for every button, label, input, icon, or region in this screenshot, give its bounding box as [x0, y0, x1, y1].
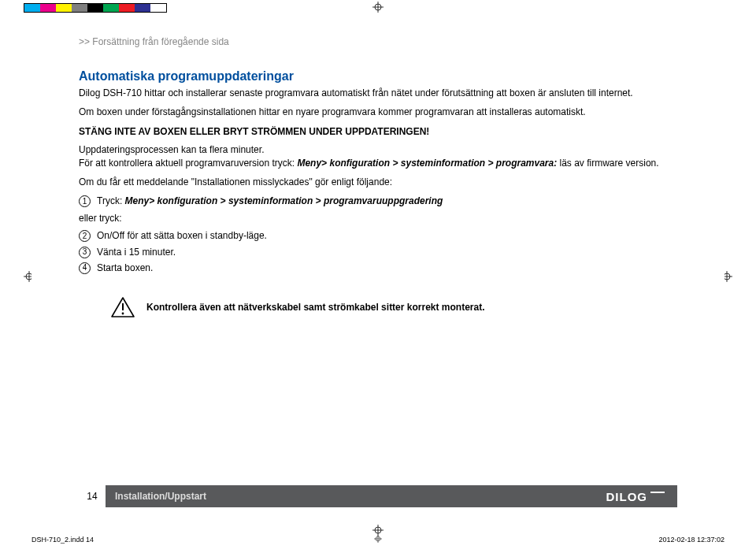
- registration-mark-icon: [372, 525, 384, 536]
- section-label: Installation/Uppstart: [106, 491, 206, 502]
- page-footer-bar: 14 Installation/Uppstart DILOG: [79, 485, 677, 507]
- section-heading: Automatiska programuppdateringar: [79, 69, 677, 84]
- body-text: Om du får ett meddelande "Installationen…: [79, 176, 677, 188]
- step-text: Starta boxen.: [97, 262, 153, 274]
- warning-text: STÄNG INTE AV BOXEN ELLER BRYT STRÖMMEN …: [79, 126, 677, 137]
- svg-point-14: [122, 312, 124, 314]
- list-item: 4 Starta boxen.: [79, 262, 677, 274]
- body-text: Om boxen under förstagångsinstallationen…: [79, 106, 677, 118]
- step-text: On/Off för att sätta boxen i standby-läg…: [97, 229, 267, 242]
- indesign-filename: DSH-710_2.indd 14: [32, 536, 94, 544]
- step-number: 1: [79, 195, 91, 207]
- body-text: eller tryck:: [79, 212, 677, 225]
- step-number: 3: [79, 247, 91, 258]
- page-number: 14: [79, 485, 106, 507]
- menu-path: Meny> konfiguration > systeminformation …: [297, 158, 557, 169]
- print-timestamp: 2012-02-18 12:37:02: [658, 536, 724, 544]
- step-text: Tryck:: [97, 195, 125, 206]
- page-content: >> Forsättning från föregående sida Auto…: [32, 19, 724, 525]
- menu-path: Meny> konfiguration > systeminformation …: [125, 195, 443, 206]
- body-text: Uppdateringsprocessen kan ta flera minut…: [79, 143, 677, 169]
- step-list: 2 On/Off för att sätta boxen i standby-l…: [79, 229, 677, 274]
- body-text-line: För att kontrollera aktuell programvaruv…: [79, 158, 297, 169]
- notice-text: Kontrollera även att nätverkskabel samt …: [146, 302, 485, 313]
- list-item: 1 Tryck: Meny> konfiguration > systeminf…: [79, 195, 677, 207]
- step-text: Vänta i 15 minuter.: [97, 246, 176, 258]
- registration-mark-icon: [374, 535, 382, 544]
- step-list: 1 Tryck: Meny> konfiguration > systeminf…: [79, 195, 677, 207]
- body-text: Dilog DSH-710 hittar och installerar sen…: [79, 87, 677, 99]
- step-number: 4: [79, 262, 91, 274]
- continuation-note: >> Forsättning från föregående sida: [79, 36, 677, 47]
- body-text-line: Uppdateringsprocessen kan ta flera minut…: [79, 144, 264, 155]
- list-item: 2 On/Off för att sätta boxen i standby-l…: [79, 229, 677, 242]
- registration-mark-icon: [372, 2, 384, 13]
- print-color-bar: [24, 3, 167, 13]
- step-number: 2: [79, 230, 91, 242]
- print-metadata-line: DSH-710_2.indd 14 2012-02-18 12:37:02: [32, 536, 724, 544]
- brand-logo: DILOG: [606, 490, 678, 503]
- warning-triangle-icon: [110, 296, 135, 318]
- body-text-line: läs av firmware version.: [557, 158, 658, 169]
- list-item: 3 Vänta i 15 minuter.: [79, 246, 677, 258]
- notice-box: Kontrollera även att nätverkskabel samt …: [110, 296, 677, 318]
